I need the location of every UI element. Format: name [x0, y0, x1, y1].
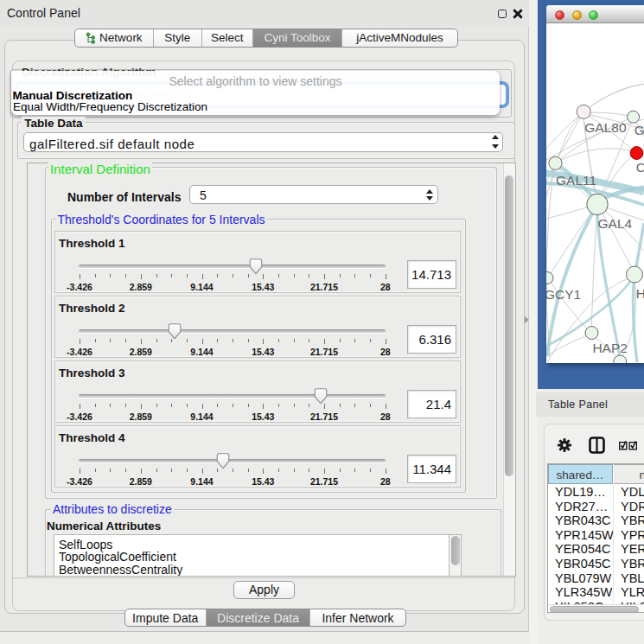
svg-text:GAL4: GAL4	[597, 216, 632, 231]
svg-text:GCY1: GCY1	[546, 287, 581, 302]
svg-text:GAL11: GAL11	[556, 173, 596, 188]
svg-text:CY: CY	[635, 160, 644, 175]
svg-text:HAP2: HAP2	[592, 341, 628, 355]
svg-text:HA: HA	[635, 286, 644, 301]
svg-text:GAL80: GAL80	[584, 120, 627, 135]
svg-text:GA: GA	[634, 123, 644, 137]
